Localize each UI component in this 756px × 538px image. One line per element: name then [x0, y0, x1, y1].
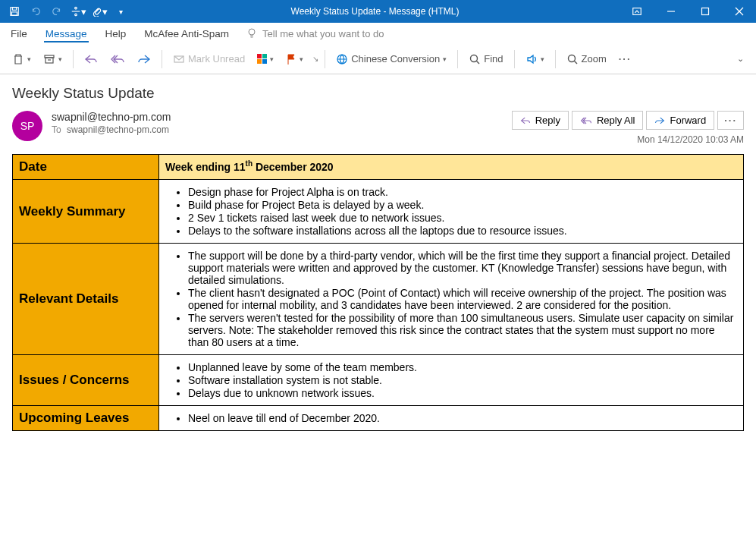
mark-unread-label: Mark Unread	[188, 53, 245, 64]
list-item: The support will be done by a third-part…	[188, 250, 736, 286]
list-item: Neel on leave till end of December 2020.	[188, 412, 736, 424]
forward-icon	[654, 116, 665, 125]
close-icon[interactable]	[722, 0, 756, 23]
sender-address[interactable]: swapnil@techno-pm.com	[52, 111, 171, 123]
tab-file[interactable]: File	[9, 25, 29, 42]
ribbon: ▾ ▾ Mark Unread ▾ ▾ ↘ Chinese Conversion…	[0, 44, 756, 74]
svg-point-10	[249, 29, 255, 35]
svg-point-4	[74, 14, 77, 16]
forward-button-ribbon[interactable]	[133, 48, 155, 71]
read-aloud-button[interactable]: ▾	[521, 48, 549, 71]
flag-button[interactable]: ▾	[281, 48, 308, 71]
minimize-icon[interactable]	[654, 0, 688, 23]
tab-mcafee[interactable]: McAfee Anti-Spam	[143, 25, 231, 42]
save-icon[interactable]	[5, 2, 24, 21]
chinese-conversion-label: Chinese Conversion	[351, 53, 440, 64]
reply-all-label: Reply All	[597, 115, 635, 126]
reply-label: Reply	[535, 115, 560, 126]
list-item: The servers weren't tested for the possi…	[188, 312, 736, 348]
ellipsis-icon: ···	[724, 115, 737, 126]
undo-icon[interactable]	[26, 2, 45, 21]
customize-qat-icon[interactable]: ▾	[111, 2, 130, 21]
svg-rect-5	[632, 8, 641, 15]
svg-rect-1	[12, 8, 16, 11]
row-value: Neel on leave till end of December 2020.	[159, 406, 744, 431]
chinese-conversion-button[interactable]: Chinese Conversion ▾	[331, 48, 451, 71]
list-item: The client hasn't designated a POC (Poin…	[188, 287, 736, 311]
reply-button-ribbon[interactable]	[80, 48, 102, 71]
recipient-line: To swapnil@techno-pm.com	[52, 124, 171, 135]
collapse-ribbon-button[interactable]: ⌄	[732, 48, 748, 71]
row-label: Relevant Details	[13, 244, 159, 355]
row-label: Weekly Summary	[13, 180, 159, 244]
window-controls	[620, 0, 756, 23]
more-actions-button[interactable]: ···	[717, 111, 744, 130]
tab-help[interactable]: Help	[104, 25, 128, 42]
table-row: Relevant DetailsThe support will be done…	[13, 244, 744, 355]
svg-line-17	[477, 61, 480, 64]
svg-point-16	[471, 55, 478, 61]
ellipsis-icon: ···	[619, 53, 632, 64]
dialog-launcher-icon[interactable]: ↘	[312, 55, 318, 63]
received-timestamp: Mon 14/12/2020 10:03 AM	[637, 134, 744, 145]
list-item: Design phase for Project Alpha is on tra…	[188, 186, 736, 198]
menu-bar: File Message Help McAfee Anti-Spam Tell …	[0, 23, 756, 44]
mark-unread-button[interactable]: Mark Unread	[168, 48, 249, 71]
svg-rect-7	[701, 8, 708, 15]
reply-all-icon	[110, 53, 125, 65]
svg-point-3	[74, 7, 77, 9]
list-item: Delays due to unknown network issues.	[188, 387, 736, 399]
zoom-icon	[566, 53, 579, 65]
message-actions: Reply Reply All Forward ···	[512, 111, 744, 130]
window-title: Weekly Status Update - Message (HTML)	[130, 6, 620, 17]
row-label: Upcoming Leaves	[13, 406, 159, 431]
email-subject: Weekly Status Update	[12, 85, 744, 102]
list-item: Delays to the software installations acr…	[188, 225, 736, 237]
row-value: Unplanned leave by some of the team memb…	[159, 355, 744, 406]
avatar[interactable]: SP	[12, 111, 42, 141]
reply-all-button[interactable]: Reply All	[572, 111, 644, 130]
more-commands-button[interactable]: ···	[614, 48, 636, 71]
row-label: Date	[13, 155, 159, 180]
maximize-icon[interactable]	[688, 0, 722, 23]
lightbulb-icon	[246, 27, 258, 39]
categorize-icon	[257, 54, 267, 64]
forward-icon	[137, 53, 151, 65]
recipient-address[interactable]: swapnil@techno-pm.com	[67, 124, 169, 135]
row-value: Week ending 11th December 2020	[159, 155, 744, 180]
speak-icon	[525, 53, 538, 65]
attach-icon[interactable]: ▾	[89, 2, 109, 21]
list-item: Software installation system is not stab…	[188, 374, 736, 386]
table-row: DateWeek ending 11th December 2020	[13, 155, 744, 180]
touch-mode-icon[interactable]: ▾	[68, 2, 88, 21]
tell-me-search[interactable]: Tell me what you want to do	[246, 27, 384, 39]
svg-point-18	[568, 55, 575, 61]
row-value: Design phase for Project Alpha is on tra…	[159, 180, 744, 244]
archive-button[interactable]: ▾	[39, 48, 67, 71]
flag-icon	[286, 53, 296, 65]
reply-button[interactable]: Reply	[512, 111, 569, 130]
quick-access-toolbar: ▾ ▾ ▾	[5, 2, 130, 21]
search-icon	[469, 53, 481, 65]
title-bar: ▾ ▾ ▾ Weekly Status Update - Message (HT…	[0, 0, 756, 23]
archive-icon	[43, 53, 55, 65]
row-label: Issues / Concerns	[13, 355, 159, 406]
translate-icon	[336, 53, 348, 65]
tab-message[interactable]: Message	[44, 25, 89, 42]
ribbon-display-icon[interactable]	[620, 0, 654, 23]
email-header: SP swapnil@techno-pm.com To swapnil@tech…	[12, 111, 744, 145]
zoom-button[interactable]: Zoom	[562, 48, 611, 71]
to-label: To	[52, 124, 61, 135]
reply-all-button-ribbon[interactable]	[105, 48, 130, 71]
tell-me-placeholder: Tell me what you want to do	[262, 28, 384, 39]
find-button[interactable]: Find	[464, 48, 507, 71]
status-report-table: DateWeek ending 11th December 2020Weekly…	[12, 154, 744, 431]
categorize-button[interactable]: ▾	[253, 48, 278, 71]
envelope-icon	[173, 53, 185, 65]
list-item: Build phase for Project Beta is delayed …	[188, 199, 736, 211]
redo-icon[interactable]	[47, 2, 67, 21]
forward-button[interactable]: Forward	[646, 111, 714, 130]
forward-label: Forward	[670, 115, 706, 126]
find-label: Find	[484, 53, 503, 64]
delete-button[interactable]: ▾	[8, 48, 36, 71]
